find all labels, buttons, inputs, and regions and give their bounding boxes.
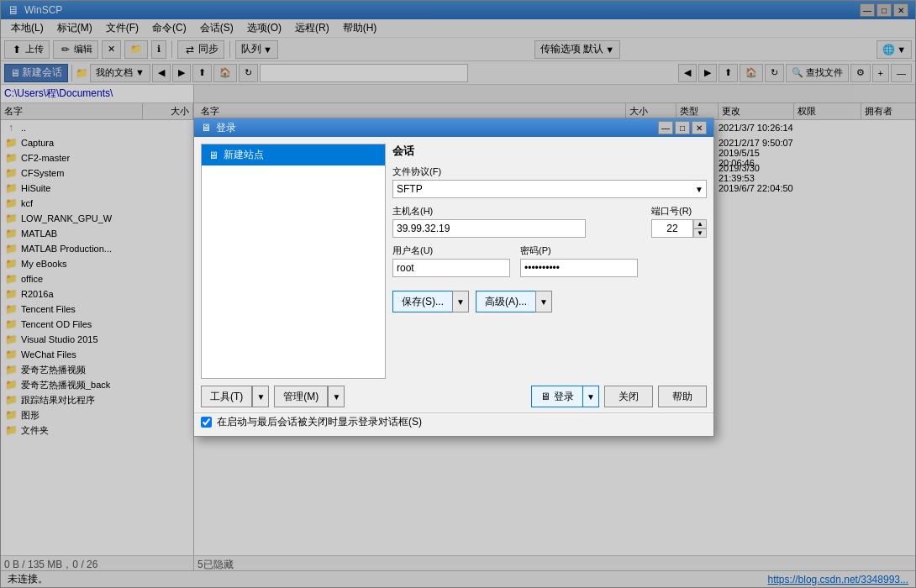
checkbox-label[interactable]: 在启动与最后会话被关闭时显示登录对话框(S) (201, 415, 707, 429)
tools-dropdown-button[interactable]: ▼ (252, 386, 269, 407)
modal-title-bar: 🖥 登录 — □ ✕ (194, 118, 713, 137)
host-port-row: 主机名(H) 端口号(R) ▲ ▼ (392, 205, 707, 238)
spinner-buttons: ▲ ▼ (693, 219, 707, 238)
new-site-item[interactable]: 🖥 新建站点 (202, 144, 385, 165)
modal-minimize[interactable]: — (658, 121, 673, 134)
host-input[interactable] (392, 219, 586, 238)
login-dialog: 🖥 登录 — □ ✕ 🖥 新建站点 会话 (193, 118, 714, 437)
show-on-startup-checkbox[interactable] (201, 417, 212, 428)
session-list: 🖥 新建站点 (201, 144, 386, 379)
help-button[interactable]: 帮助 (658, 386, 707, 407)
spacer (350, 386, 526, 407)
advanced-dropdown-button[interactable]: ▼ (535, 291, 552, 312)
port-spinner: ▲ ▼ (651, 219, 707, 238)
bottom-toolbar: 工具(T) ▼ 管理(M) ▼ 🖥 登录 ▼ 关闭 (194, 386, 713, 412)
manage-btn-group: 管理(M) ▼ (274, 386, 345, 407)
pass-input[interactable] (520, 259, 638, 277)
protocol-select-wrapper: SFTP FTP SCP WebDAV S3 ▼ (392, 180, 707, 198)
save-button[interactable]: 保存(S)... (392, 291, 452, 312)
host-label: 主机名(H) (392, 205, 641, 218)
tools-btn-group: 工具(T) ▼ (201, 386, 269, 407)
login-icon: 🖥 (540, 391, 550, 402)
host-col: 主机名(H) (392, 205, 641, 238)
modal-overlay: 🖥 登录 — □ ✕ 🖥 新建站点 会话 (0, 0, 916, 588)
manage-dropdown-button[interactable]: ▼ (328, 386, 345, 407)
tools-button[interactable]: 工具(T) (201, 386, 252, 407)
modal-controls: — □ ✕ (658, 121, 707, 134)
login-dropdown-button[interactable]: ▼ (582, 386, 599, 407)
user-pass-row: 用户名(U) 密码(P) (392, 244, 707, 277)
save-dropdown-button[interactable]: ▼ (452, 291, 469, 312)
protocol-group: 文件协议(F) SFTP FTP SCP WebDAV S3 ▼ (392, 165, 707, 198)
pass-label: 密码(P) (520, 244, 638, 257)
save-advanced-row: 保存(S)... ▼ 高级(A)... ▼ (392, 291, 707, 312)
login-btn-group: 🖥 登录 ▼ (531, 386, 599, 407)
port-down-button[interactable]: ▼ (693, 228, 707, 238)
protocol-select[interactable]: SFTP FTP SCP WebDAV S3 (392, 180, 707, 198)
advanced-button[interactable]: 高级(A)... (476, 291, 535, 312)
checkbox-row: 在启动与最后会话被关闭时显示登录对话框(S) (194, 412, 713, 436)
computer-icon: 🖥 (208, 150, 218, 161)
session-section-title: 会话 (392, 144, 707, 159)
modal-icon: 🖥 (201, 122, 211, 134)
user-label: 用户名(U) (392, 244, 510, 257)
modal-title-left: 🖥 登录 (201, 121, 236, 135)
save-btn-group: 保存(S)... ▼ (392, 291, 469, 312)
close-dialog-button[interactable]: 关闭 (604, 386, 653, 407)
modal-title-text: 登录 (216, 121, 236, 135)
protocol-label: 文件协议(F) (392, 165, 707, 178)
pass-col: 密码(P) (520, 244, 638, 277)
advanced-btn-group: 高级(A)... ▼ (476, 291, 552, 312)
login-button[interactable]: 🖥 登录 (531, 386, 582, 407)
modal-close[interactable]: ✕ (692, 121, 707, 134)
user-col: 用户名(U) (392, 244, 510, 277)
port-col: 端口号(R) ▲ ▼ (651, 205, 707, 238)
port-input[interactable] (651, 219, 693, 238)
user-input[interactable] (392, 259, 510, 277)
port-up-button[interactable]: ▲ (693, 219, 707, 228)
session-form: 会话 文件协议(F) SFTP FTP SCP WebDAV S3 ▼ (392, 144, 707, 379)
modal-body: 🖥 新建站点 会话 文件协议(F) SFTP FTP SCP WebDAV (194, 137, 713, 386)
port-label: 端口号(R) (651, 205, 707, 218)
modal-maximize[interactable]: □ (675, 121, 690, 134)
manage-button[interactable]: 管理(M) (274, 386, 328, 407)
